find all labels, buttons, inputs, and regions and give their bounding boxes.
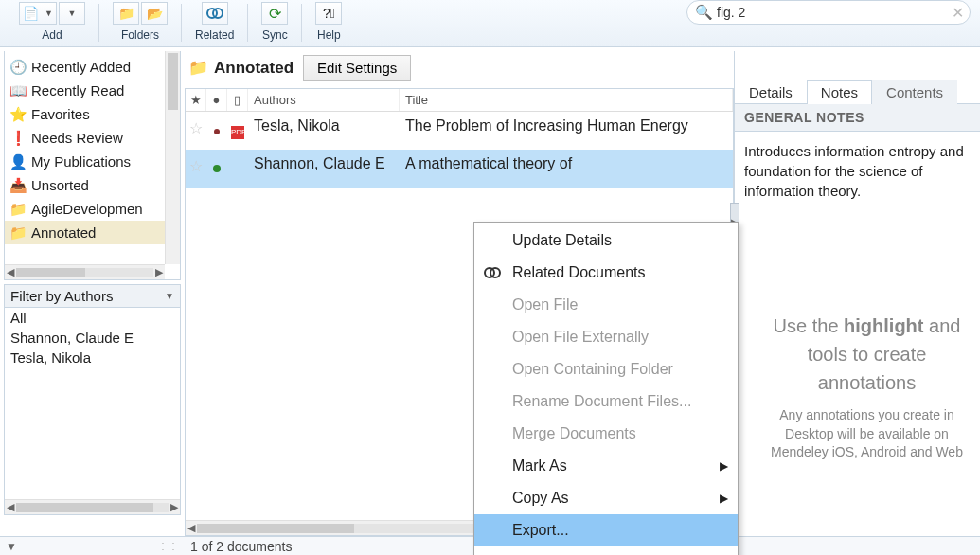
filter-list: AllShannon, Claude ETesla, Nikola — [5, 308, 180, 367]
col-favorite[interactable]: ★ — [186, 89, 206, 111]
menu-item-open-containing-folder: Open Containing Folder — [474, 353, 738, 385]
tab-details[interactable]: Details — [735, 80, 807, 104]
menu-item-related-documents[interactable]: Related Documents — [474, 257, 738, 289]
sidebar-item-label: Annotated — [31, 224, 96, 241]
menu-item-label: Rename Document Files... — [512, 393, 691, 410]
edit-settings-button[interactable]: Edit Settings — [303, 55, 411, 81]
hint-text: Use the — [774, 315, 844, 336]
menu-item-open-file: Open File — [474, 289, 738, 321]
sidebar-item-label: Recently Added — [31, 59, 131, 75]
related-button[interactable] — [202, 2, 228, 25]
toolbar-group-add: 📄▼ ▼ Add — [9, 0, 95, 45]
menu-item-select-all[interactable]: Select All▶ — [474, 546, 738, 555]
favorite-star-icon[interactable]: ☆ — [186, 117, 206, 137]
toolbar-group-related: Related — [186, 0, 243, 45]
book-icon: 📖 — [10, 82, 26, 99]
folder-name: Annotated — [214, 59, 294, 78]
col-title[interactable]: Title — [400, 89, 733, 111]
add-dropdown[interactable]: ▼ — [59, 2, 85, 25]
toolbar-group-help: ?⃝ Help — [306, 0, 351, 45]
menu-item-export[interactable]: Export... — [474, 514, 738, 546]
breadcrumb-bar: 📁 Annotated Edit Settings — [185, 51, 734, 88]
search-query: fig. 2 — [717, 5, 952, 20]
sidebar-item-unsorted[interactable]: 📥Unsorted — [5, 173, 180, 197]
filter-pane: Filter by Authors ▼ AllShannon, Claude E… — [4, 284, 181, 515]
filter-item[interactable]: Tesla, Nikola — [5, 348, 180, 367]
filter-horizontal-scrollbar[interactable]: ◀▶ — [5, 499, 180, 514]
filter-icon[interactable]: ▼ — [6, 540, 17, 553]
folder-minus-icon: 📂 — [147, 6, 163, 21]
menu-item-mark-as[interactable]: Mark As▶ — [474, 450, 738, 482]
read-status-dot-icon — [214, 129, 220, 134]
col-read-status[interactable]: ● — [206, 89, 227, 111]
cell-author: Tesla, Nikola — [248, 117, 400, 134]
col-authors[interactable]: Authors — [248, 89, 400, 111]
col-document-type[interactable]: ▯ — [227, 89, 248, 111]
cell-read-status[interactable] — [206, 155, 227, 176]
menu-item-label: Open File Externally — [512, 329, 649, 346]
cell-doc-type[interactable]: PDF — [227, 117, 248, 139]
submenu-arrow-icon: ▶ — [720, 459, 728, 473]
cell-title: The Problem of Increasing Human Energy — [400, 117, 733, 134]
menu-item-rename-document-files: Rename Document Files... — [474, 385, 738, 418]
read-status-dot-icon — [213, 165, 221, 172]
sync-button[interactable]: ⟳ — [261, 2, 288, 25]
center-column: 📁 Annotated Edit Settings ★ ● ▯ Authors … — [185, 51, 734, 536]
related-icon — [206, 7, 223, 20]
sync-icon: ⟳ — [269, 5, 281, 23]
favorite-star-icon[interactable]: ☆ — [186, 155, 206, 175]
left-column: 🕘Recently Added📖Recently Read⭐Favorites❗… — [0, 47, 185, 536]
current-folder-title: 📁 Annotated — [188, 58, 294, 78]
folder-icon: 📁 — [10, 201, 26, 218]
table-row[interactable]: ☆PDFTesla, NikolaThe Problem of Increasi… — [186, 112, 733, 150]
tree-vertical-scrollbar[interactable] — [165, 51, 180, 264]
menu-item-merge-documents: Merge Documents — [474, 418, 738, 450]
annotation-hint: Use the highlight and tools to create an… — [735, 302, 980, 397]
add-button[interactable]: 📄▼ — [19, 2, 57, 25]
tab-notes[interactable]: Notes — [807, 80, 872, 104]
annotation-subtext: Any annotations you create in Desktop wi… — [735, 397, 980, 462]
chevron-down-icon: ▼ — [165, 291, 174, 301]
menu-item-update-details[interactable]: Update Details — [474, 224, 738, 257]
sidebar-item-my-publications[interactable]: 👤My Publications — [5, 150, 180, 173]
sidebar-item-agiledevelopmen[interactable]: 📁AgileDevelopmen — [5, 197, 180, 221]
folder-tree-list: 🕘Recently Added📖Recently Read⭐Favorites❗… — [5, 51, 180, 248]
star-icon: ⭐ — [10, 106, 26, 123]
folder-remove-button[interactable]: 📂 — [141, 2, 168, 25]
sidebar-item-favorites[interactable]: ⭐Favorites — [5, 102, 180, 126]
table-header: ★ ● ▯ Authors Title — [186, 89, 733, 112]
folder-icon: 📁 — [10, 224, 26, 242]
filter-item[interactable]: All — [5, 308, 180, 328]
toolbar-group-folders: 📁 📂 Folders — [103, 0, 177, 45]
cell-doc-type[interactable] — [227, 155, 248, 159]
tab-contents[interactable]: Contents — [872, 80, 957, 104]
search-box[interactable]: 🔍 fig. 2 ✕ — [686, 0, 971, 25]
sidebar-item-recently-added[interactable]: 🕘Recently Added — [5, 55, 180, 79]
help-button[interactable]: ?⃝ — [315, 2, 342, 25]
table-row[interactable]: ☆Shannon, Claude EA mathematical theory … — [186, 150, 733, 188]
filter-header[interactable]: Filter by Authors ▼ — [5, 285, 180, 308]
person-icon: 👤 — [10, 153, 26, 170]
toolbar-separator — [247, 4, 248, 42]
tree-horizontal-scrollbar[interactable]: ◀▶ — [5, 264, 165, 279]
sidebar-item-label: AgileDevelopmen — [31, 201, 143, 217]
cell-read-status[interactable] — [206, 117, 227, 138]
status-left: ▼ ⋮⋮ — [0, 540, 185, 553]
filter-item[interactable]: Shannon, Claude E — [5, 328, 180, 348]
toolbar-group-sync: ⟳ Sync — [252, 0, 297, 45]
help-icon: ?⃝ — [323, 6, 335, 21]
sidebar-item-label: Recently Read — [31, 82, 124, 98]
folder-add-button[interactable]: 📁 — [113, 2, 139, 25]
sidebar-item-annotated[interactable]: 📁Annotated — [5, 221, 180, 244]
clear-search-icon[interactable]: ✕ — [952, 4, 964, 22]
sidebar-item-label: Needs Review — [31, 130, 123, 146]
toolbar-separator — [301, 4, 302, 42]
sidebar-item-recently-read[interactable]: 📖Recently Read — [5, 79, 180, 102]
right-panel: ▶ Details Notes Contents GENERAL NOTES I… — [734, 51, 980, 536]
toolbar-label-sync: Sync — [262, 28, 288, 42]
sidebar-item-needs-review[interactable]: ❗Needs Review — [5, 126, 180, 150]
menu-item-copy-as[interactable]: Copy As▶ — [474, 482, 738, 514]
pdf-icon: PDF — [231, 126, 244, 139]
general-notes-body[interactable]: Introduces information entropy and found… — [735, 132, 980, 302]
pane-resize-grip[interactable]: ⋮⋮ — [158, 541, 179, 551]
